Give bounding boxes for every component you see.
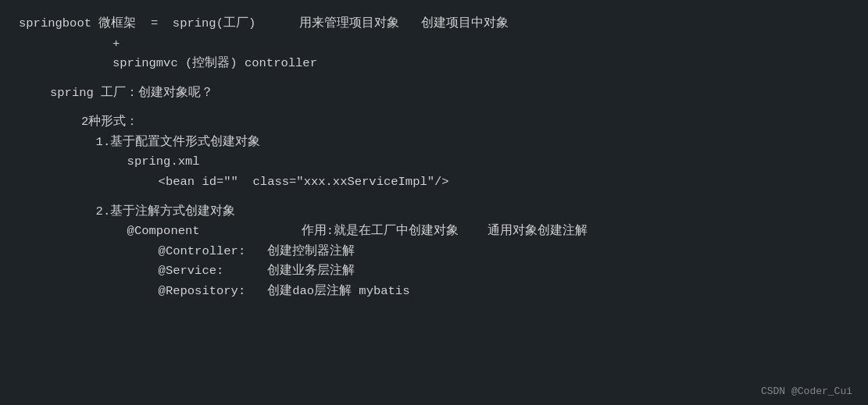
spacer-2 <box>19 103 849 112</box>
line-springboot-def: springboot 微框架 = spring(工厂) 用来管理项目对象 创建项… <box>19 14 849 34</box>
line-service: @Service: 创建业务层注解 <box>19 261 849 282</box>
spacer-1 <box>19 74 849 83</box>
line-repository: @Repository: 创建dao层注解 mybatis <box>19 282 849 302</box>
line-component: @Component 作用:就是在工厂中创建对象 通用对象创建注解 <box>19 222 849 242</box>
line-two-forms: 2种形式： <box>19 112 849 133</box>
spacer-3 <box>19 193 849 202</box>
main-content: springboot 微框架 = spring(工厂) 用来管理项目对象 创建项… <box>0 0 868 405</box>
line-bean-tag: <bean id="" class="xxx.xxServiceImpl"/> <box>19 172 849 193</box>
line-plus: + <box>19 34 849 55</box>
watermark: CSDN @Coder_Cui <box>761 385 852 397</box>
line-springmvc: springmvc (控制器) controller <box>19 54 849 74</box>
line-form2-header: 2.基于注解方式创建对象 <box>19 202 849 222</box>
line-spring-xml: spring.xml <box>19 152 849 172</box>
line-spring-factory: spring 工厂：创建对象呢？ <box>19 83 849 104</box>
line-form1-header: 1.基于配置文件形式创建对象 <box>19 133 849 153</box>
line-controller: @Controller: 创建控制器注解 <box>19 242 849 262</box>
